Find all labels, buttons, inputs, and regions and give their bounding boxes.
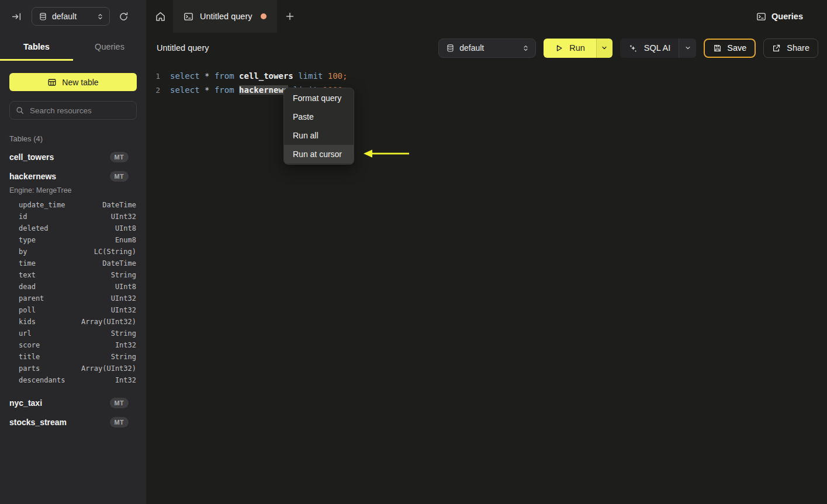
save-button[interactable]: Save [704, 39, 756, 58]
new-table-button[interactable]: New table [9, 73, 137, 91]
column-name: url [19, 329, 32, 338]
content-area: Tables Queries New table Tables (4) c [0, 33, 827, 504]
column-name: title [19, 353, 40, 361]
menu-item-paste[interactable]: Paste [284, 107, 354, 126]
column-name: poll [19, 306, 36, 314]
engine-label: Engine: MergeTree [0, 186, 146, 198]
code-line: 2select * from hackernews limit 1000 [146, 83, 827, 97]
code-token: from [214, 71, 239, 81]
sidebar-tab-queries[interactable]: Queries [73, 33, 146, 61]
code-line: 1select * from cell_towers limit 100; [146, 69, 827, 83]
column-type: String [111, 353, 136, 361]
table-row[interactable]: hackernewsMT [0, 166, 146, 186]
column-name: kids [19, 318, 36, 326]
chevron-down-icon [601, 44, 608, 51]
column-name: parts [19, 364, 40, 373]
run-button[interactable]: Run [544, 39, 596, 58]
code-token: from [214, 85, 239, 95]
database-icon [39, 12, 47, 21]
column-row: deadUInt8 [19, 281, 136, 293]
column-name: descendants [19, 376, 65, 384]
tab-title: Untitled query [200, 12, 252, 21]
columns-list: update_timeDateTimeidUInt32deletedUInt8t… [0, 198, 146, 393]
column-row: idUInt32 [19, 211, 136, 223]
refresh-button[interactable] [119, 12, 129, 22]
run-options-button[interactable] [596, 39, 613, 58]
sparkles-icon [628, 43, 638, 53]
top-bar-right: Untitled query Queries [146, 0, 827, 33]
column-name: parent [19, 294, 44, 303]
column-type: Int32 [115, 341, 136, 349]
column-row: parentUInt32 [19, 293, 136, 304]
column-type: UInt32 [111, 213, 136, 221]
column-name: dead [19, 283, 36, 291]
line-number: 2 [146, 86, 160, 95]
menu-item-format-query[interactable]: Format query [284, 89, 354, 107]
column-type: UInt32 [111, 294, 136, 303]
run-button-label: Run [569, 43, 585, 53]
console-tab-icon [184, 12, 193, 22]
sidebar: Tables Queries New table Tables (4) c [0, 33, 146, 504]
top-bar-left: default [0, 0, 146, 33]
column-type: UInt8 [115, 224, 136, 232]
line-number: 1 [146, 72, 160, 81]
column-name: deleted [19, 224, 49, 232]
share-button[interactable]: Share [763, 39, 818, 58]
column-name: time [19, 259, 36, 267]
column-type: String [111, 329, 136, 338]
refresh-icon [119, 12, 129, 22]
editor-context-menu: Format queryPasteRun allRun at cursor [283, 88, 354, 165]
engine-badge: MT [110, 152, 129, 162]
play-icon [555, 44, 563, 53]
column-type: UInt32 [111, 306, 136, 314]
column-type: DateTime [102, 201, 136, 209]
app-window: default Untitled query [0, 0, 827, 504]
plus-icon [285, 12, 295, 21]
sql-ai-split-button: SQL AI [620, 39, 696, 58]
home-button[interactable] [155, 11, 166, 22]
column-name: id [19, 213, 27, 221]
queries-button-topbar[interactable]: Queries [753, 11, 807, 22]
column-row: kidsArray(UInt32) [19, 316, 136, 328]
tab-untitled-query[interactable]: Untitled query [173, 0, 277, 33]
sidebar-tab-queries-label: Queries [95, 42, 124, 51]
sql-editor[interactable]: 1select * from cell_towers limit 100;2se… [146, 63, 827, 504]
database-selector-toolbar[interactable]: default [438, 39, 536, 58]
tables-section-header: Tables (4) [9, 134, 137, 143]
new-tab-button[interactable] [285, 12, 295, 21]
query-title: Untitled query [157, 43, 209, 53]
toolbar-actions: default Run [438, 39, 818, 58]
search-resources-input[interactable] [29, 106, 130, 116]
database-selector-value: default [52, 12, 92, 21]
table-name: hackernews [9, 172, 56, 181]
table-row[interactable]: nyc_taxiMT [0, 393, 146, 412]
main-panel: Untitled query default [146, 33, 827, 504]
code-token [293, 71, 298, 81]
column-row: update_timeDateTime [19, 199, 136, 211]
column-type: LC(String) [94, 248, 136, 256]
column-type: Enum8 [115, 236, 136, 244]
menu-item-run-at-cursor[interactable]: Run at cursor [284, 145, 354, 164]
unsaved-indicator-dot [261, 13, 267, 19]
unfold-chevrons-icon [96, 13, 104, 20]
table-row[interactable]: cell_towersMT [0, 147, 146, 166]
sidebar-tabs: Tables Queries [0, 33, 146, 61]
sidebar-tab-tables[interactable]: Tables [0, 33, 73, 61]
column-row: scoreInt32 [19, 339, 136, 351]
collapse-sidebar-button[interactable] [12, 12, 22, 22]
column-row: textString [19, 269, 136, 281]
share-button-label: Share [787, 43, 809, 53]
database-selector-value: default [459, 43, 517, 53]
column-row: partsArray(UInt32) [19, 363, 136, 374]
column-name: text [19, 271, 36, 279]
sql-ai-button[interactable]: SQL AI [620, 39, 679, 58]
database-selector-topbar[interactable]: default [32, 7, 110, 26]
collapse-sidebar-icon [12, 12, 22, 22]
save-icon [713, 44, 722, 53]
sql-ai-options-button[interactable] [679, 39, 696, 58]
column-row: descendantsInt32 [19, 374, 136, 386]
table-row[interactable]: stocks_streamMT [0, 412, 146, 432]
menu-item-run-all[interactable]: Run all [284, 126, 354, 145]
top-bar: default Untitled query [0, 0, 827, 33]
sql-ai-button-label: SQL AI [644, 43, 670, 53]
